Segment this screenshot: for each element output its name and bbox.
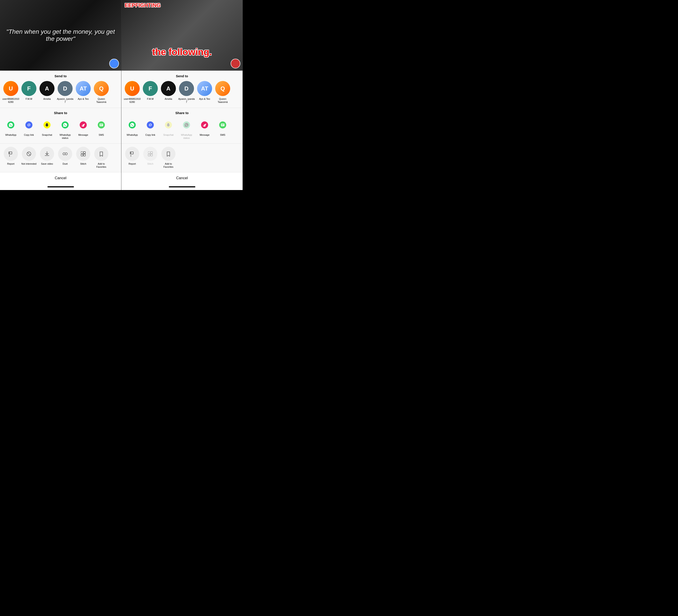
share-item-sms[interactable]: SMS [214,118,232,140]
contact-item[interactable]: D Ajuwon_iyanda7 [56,81,74,104]
contact-name: Amelia [165,97,172,101]
contact-name: Queen Taaoomä [214,97,231,104]
share-label: Snapchat [163,133,174,137]
share-to-title: Share to [0,111,121,115]
action-icon [22,147,36,161]
action-label: Not interested [22,162,36,165]
action-icon [4,147,18,161]
contacts-row: U user4868619106280 F F.M.M A Amelia D A… [0,81,121,104]
share-item-copy-link[interactable]: Copy link [141,118,159,140]
avatar-corner [109,59,119,68]
share-icon [94,118,108,132]
action-icon [161,147,176,161]
cancel-button[interactable]: Cancel [121,172,242,184]
share-item-message[interactable]: Message [74,118,92,140]
action-item-report[interactable]: Report [2,147,20,168]
share-label: SMS [220,133,225,137]
svg-rect-13 [81,152,83,154]
action-icon [58,147,72,161]
contact-name: Ajuwon_iyanda7 [57,97,74,104]
action-item-stitch[interactable]: Stitch [74,147,92,168]
share-item-sms[interactable]: SMS [92,118,110,140]
action-icon [76,147,90,161]
contact-avatar: Q [215,81,230,96]
share-label: Message [78,133,88,137]
action-icon [40,147,54,161]
svg-rect-29 [151,152,152,154]
action-label: Add to Favorites [160,162,177,168]
share-item-snapchat[interactable]: Snapchat [38,118,56,140]
share-row: WhatsApp Copy link Snapchat WhatsApp sta… [121,118,242,140]
share-icon [22,118,36,132]
action-item-save-video[interactable]: Save video [38,147,56,168]
share-icon [125,118,139,132]
panel-right: EEPFIGHTING the following. Send to U use… [121,0,243,190]
contact-item[interactable]: F F.M.M [141,81,159,104]
share-label: Copy link [24,133,34,137]
contact-name: Ayo & Teo [199,97,210,101]
contact-item[interactable]: D Ajuwon_iyanda7 [178,81,195,104]
share-icon [197,118,212,132]
action-label: Save video [41,162,53,165]
contact-avatar: Q [94,81,109,96]
contact-item[interactable]: AT Ayo & Teo [74,81,92,104]
contact-item[interactable]: U user4868619106280 [2,81,20,104]
video-background: EEPFIGHTING the following. [121,0,242,71]
share-item-whatsapp[interactable]: WhatsApp [2,118,20,140]
contact-item[interactable]: Q Queen Taaoomä [92,81,110,104]
share-label: SMS [99,133,104,137]
contact-name: F.M.M [26,97,32,101]
action-label: Report [128,162,136,165]
svg-rect-16 [83,154,85,156]
contact-avatar: U [3,81,18,96]
actions-row: Report Stitch Add to Favorites [121,147,242,168]
svg-rect-25 [221,124,224,126]
action-item-add-to-favorites[interactable]: Add to Favorites [159,147,178,168]
share-label: WhatsApp [5,133,16,137]
share-item-message[interactable]: Message [195,118,214,140]
share-item-copy-link[interactable]: Copy link [20,118,38,140]
share-row: WhatsApp Copy link Snapchat WhatsApp sta… [0,118,121,140]
action-item-add-to-favorites[interactable]: Add to Favorites [92,147,110,168]
home-indicator [0,184,121,190]
video-area: EEPFIGHTING the following. [121,0,242,71]
contact-item[interactable]: Q Queen Taaoomä [214,81,232,104]
share-to-title: Share to [121,111,242,115]
share-label: Snapchat [42,133,52,137]
share-icon [76,118,90,132]
contact-name: F.M.M [147,97,154,101]
contact-name: Queen Taaoomä [93,97,110,104]
contact-avatar: A [161,81,176,96]
contact-item[interactable]: A Amelia [159,81,178,104]
home-indicator [121,184,242,190]
svg-rect-28 [148,152,150,154]
share-icon [180,118,194,132]
action-item-not-interested[interactable]: Not interested [20,147,38,168]
contact-item[interactable]: AT Ayo & Teo [195,81,214,104]
share-icon [40,118,54,132]
share-icon [58,118,72,132]
share-item-whatsapp-status[interactable]: WhatsApp status [56,118,74,140]
share-item-whatsapp[interactable]: WhatsApp [123,118,141,140]
video-area: "Then when you get the money, you get th… [0,0,121,71]
action-item-report[interactable]: Report [123,147,141,168]
contact-item[interactable]: U user4868619106280 [123,81,141,104]
cancel-button[interactable]: Cancel [0,172,121,184]
home-bar [169,186,195,187]
contact-avatar: AT [197,81,212,96]
svg-point-18 [147,121,154,128]
actions-row: Report Not interested Save video Duet St… [0,147,121,168]
contact-avatar: F [143,81,158,96]
action-icon [125,147,139,161]
contact-item[interactable]: A Amelia [38,81,56,104]
video-quote: "Then when you get the money, you get th… [0,24,121,47]
contact-item[interactable]: F F.M.M [20,81,38,104]
share-label: Copy link [145,133,155,137]
action-icon [94,147,108,161]
send-to-title: Send to [121,74,242,78]
action-label: Duet [63,162,68,165]
video-quote: the following. [121,42,242,62]
action-item-duet[interactable]: Duet [56,147,74,168]
svg-rect-8 [100,124,103,126]
share-label: WhatsApp [127,133,138,137]
